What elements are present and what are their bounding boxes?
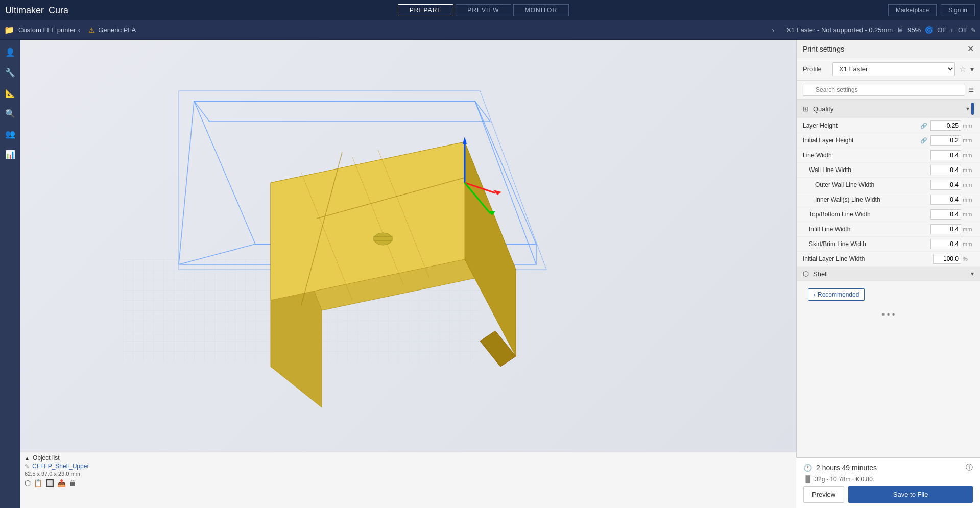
- shell-section-header[interactable]: ⬡ Shell ▾: [797, 267, 980, 281]
- print-settings-title: Print settings: [803, 45, 844, 53]
- folder-icon: 📁: [4, 25, 14, 35]
- estimate-info-button[interactable]: ⓘ: [966, 463, 973, 472]
- close-settings-button[interactable]: ✕: [967, 44, 974, 54]
- skirt-brim-line-width-input[interactable]: [930, 239, 961, 249]
- topbar-right: Marketplace Sign in: [888, 4, 975, 16]
- quality-section-header[interactable]: ⊞ Quality ▾: [797, 100, 980, 118]
- section-indicator: [971, 103, 974, 115]
- obj-action-4[interactable]: 📤: [57, 479, 66, 487]
- skirt-brim-line-width-label: Skirt/Brim Line Width: [809, 240, 930, 248]
- outer-wall-line-width-unit: mm: [963, 182, 974, 188]
- topbottom-line-width-input[interactable]: [930, 209, 961, 220]
- outer-wall-line-width-input[interactable]: [930, 180, 961, 190]
- time-row: 🕐 2 hours 49 minutes ⓘ: [803, 463, 973, 472]
- initial-layer-line-width-label: Initial Layer Line Width: [803, 255, 933, 262]
- estimate-panel: 🕐 2 hours 49 minutes ⓘ ▐▌ 32g · 10.78m ·…: [796, 457, 980, 508]
- topbottom-line-width-unit: mm: [963, 211, 974, 217]
- layer-height-unit: mm: [963, 123, 974, 129]
- settings-chevron-button[interactable]: ›: [772, 26, 774, 34]
- secondbar: 📁 Custom FFF printer ‹ ⚠ Generic PLA › X…: [0, 20, 980, 40]
- line-width-unit: mm: [963, 152, 974, 158]
- object-name: CFFFP_Shell_Upper: [32, 463, 89, 470]
- initial-layer-height-input[interactable]: [930, 135, 961, 146]
- shell-icon: ⬡: [803, 270, 809, 278]
- 3d-viewport[interactable]: ▲ Object list ✎ CFFFP_Shell_Upper 62.5 x…: [20, 40, 796, 508]
- object-info-panel: ▲ Object list ✎ CFFFP_Shell_Upper 62.5 x…: [20, 452, 796, 508]
- obj-action-5[interactable]: 🗑: [69, 479, 76, 487]
- setting-row-layer-height: Layer Height 🔗 mm: [797, 118, 980, 133]
- recommended-button[interactable]: ‹ Recommended: [808, 288, 865, 301]
- profile-row: Profile X1 Faster ☆ ▾: [797, 58, 980, 81]
- quality-chevron-icon: ▾: [966, 105, 969, 112]
- initial-layer-line-width-input[interactable]: [933, 254, 961, 264]
- layer-height-input[interactable]: [930, 120, 961, 131]
- printer-chevron-button[interactable]: ‹: [78, 26, 81, 34]
- off2-label: Off: [958, 26, 967, 34]
- sidebar-btn-0[interactable]: 👤: [2, 44, 18, 60]
- material-warning-icon: ⚠: [88, 26, 95, 34]
- sidebar-btn-1[interactable]: 🔧: [2, 64, 18, 81]
- marketplace-button[interactable]: Marketplace: [888, 4, 937, 16]
- nav-monitor-button[interactable]: MONITOR: [513, 4, 569, 16]
- screen-icon: 🖥: [897, 26, 903, 34]
- initial-layer-height-link-icon[interactable]: 🔗: [920, 137, 927, 144]
- action-row: Preview Save to File: [803, 486, 973, 503]
- profile-select[interactable]: X1 Faster: [832, 62, 955, 76]
- line-width-label: Line Width: [803, 152, 930, 159]
- obj-action-2[interactable]: 📋: [34, 479, 42, 487]
- object-list-header: ▲ Object list: [25, 454, 792, 462]
- skirt-brim-line-width-unit: mm: [963, 241, 974, 247]
- profile-dropdown-button[interactable]: ▾: [970, 65, 974, 74]
- material-row: ▐▌ 32g · 10.78m · € 0.80: [803, 475, 973, 483]
- profile-star-button[interactable]: ☆: [959, 64, 966, 74]
- chevron-left-icon: ‹: [814, 291, 816, 298]
- object-dimensions: 62.5 x 97.0 x 29.0 mm: [25, 471, 792, 477]
- section-controls: ▾: [966, 103, 974, 115]
- nav-prepare-button[interactable]: PREPARE: [398, 4, 453, 16]
- sidebar-btn-3[interactable]: 🔍: [2, 105, 18, 122]
- pencil-icon: ✎: [25, 463, 29, 470]
- nav-buttons: PREPARE PREVIEW MONITOR: [79, 4, 888, 16]
- fan-icon: 🌀: [925, 26, 933, 34]
- setting-row-skirt-brim-line-width: Skirt/Brim Line Width mm: [797, 237, 980, 252]
- obj-action-3[interactable]: 🔲: [45, 479, 54, 487]
- quality-section-title: Quality: [813, 105, 833, 113]
- wall-line-width-input[interactable]: [930, 165, 961, 175]
- infill-line-width-label: Infill Line Width: [809, 226, 930, 233]
- infill-line-width-unit: mm: [963, 226, 974, 232]
- material-name: Generic PLA: [98, 26, 136, 34]
- svg-rect-18: [374, 236, 392, 240]
- sidebar-btn-2[interactable]: 📐: [2, 85, 18, 101]
- quality-icon: ⊞: [803, 105, 809, 113]
- 3d-scene-svg: [20, 40, 796, 508]
- app-logo: Ultimaker Cura: [5, 5, 68, 16]
- settings-menu-button[interactable]: ≡: [968, 85, 974, 95]
- setting-row-inner-wall-line-width: Inner Wall(s) Line Width mm: [797, 192, 980, 207]
- wall-line-width-unit: mm: [963, 167, 974, 173]
- setting-row-infill-line-width: Infill Line Width mm: [797, 222, 980, 237]
- search-wrapper: 🔍: [803, 84, 965, 96]
- initial-layer-height-unit: mm: [963, 137, 974, 143]
- setting-row-topbottom-line-width: Top/Bottom Line Width mm: [797, 207, 980, 222]
- inner-wall-line-width-input[interactable]: [930, 195, 961, 205]
- obj-action-1[interactable]: ⬡: [25, 479, 31, 487]
- svg-line-2: [179, 101, 194, 264]
- preview-button[interactable]: Preview: [803, 486, 844, 503]
- left-sidebar: 👤 🔧 📐 🔍 👥 📊: [0, 40, 20, 508]
- nav-preview-button[interactable]: PREVIEW: [456, 4, 511, 16]
- line-width-input[interactable]: [930, 150, 961, 160]
- setting-row-line-width: Line Width mm: [797, 148, 980, 163]
- off1-label: Off: [937, 26, 946, 34]
- layer-height-link-icon[interactable]: 🔗: [920, 123, 927, 129]
- infill-line-width-input[interactable]: [930, 224, 961, 234]
- sidebar-btn-5[interactable]: 📊: [2, 146, 18, 162]
- search-settings-input[interactable]: [803, 84, 965, 96]
- signin-button[interactable]: Sign in: [941, 4, 975, 16]
- setting-row-outer-wall-line-width: Outer Wall Line Width mm: [797, 178, 980, 192]
- initial-layer-line-width-unit: %: [963, 256, 974, 262]
- clock-icon: 🕐: [803, 464, 812, 472]
- sidebar-btn-4[interactable]: 👥: [2, 126, 18, 142]
- topbar: Ultimaker Cura PREPARE PREVIEW MONITOR M…: [0, 0, 980, 20]
- save-to-file-button[interactable]: Save to File: [848, 486, 973, 503]
- edit-profile-button[interactable]: ✎: [971, 27, 976, 34]
